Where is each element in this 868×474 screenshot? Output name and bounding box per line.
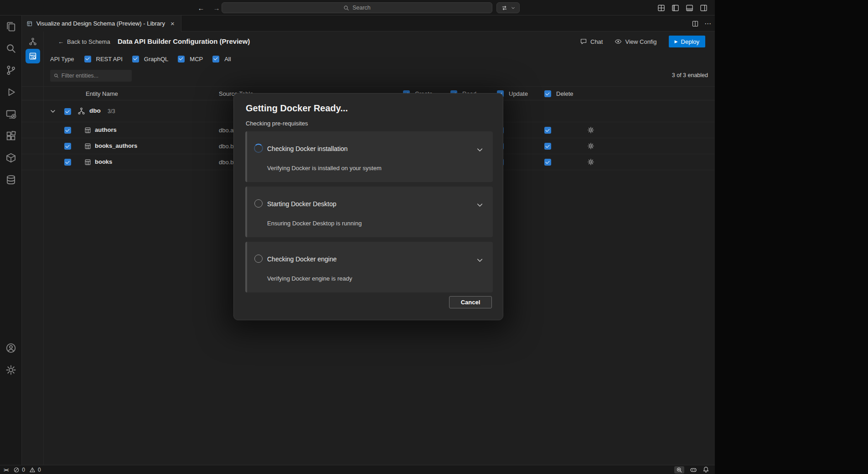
zoom-status-button[interactable] (674, 466, 684, 474)
deploy-label: Deploy (681, 38, 699, 45)
chat-button[interactable]: Chat (580, 38, 603, 45)
chevron-down-icon[interactable] (476, 201, 484, 209)
schema-designer-tab-icon (26, 20, 33, 27)
option-mcp: MCP (178, 56, 203, 63)
delete-all-checkbox[interactable] (544, 90, 551, 97)
option-all: All (212, 56, 231, 63)
customize-layout-icon[interactable] (656, 3, 666, 13)
graphql-label: GraphQL (144, 56, 168, 63)
warnings-icon (29, 467, 36, 473)
errors-icon (13, 467, 20, 473)
dialog-subtitle: Checking pre-requisites (246, 120, 308, 127)
group-checkbox[interactable] (64, 108, 71, 115)
chevron-down-icon[interactable] (476, 256, 484, 264)
option-rest-api: REST API (84, 56, 123, 63)
explorer-icon[interactable] (0, 16, 22, 37)
rest-api-label: REST API (96, 56, 123, 63)
extensions-icon[interactable] (0, 125, 22, 147)
entity-settings-gear-icon[interactable] (587, 158, 594, 166)
settings-gear-icon[interactable] (0, 359, 22, 381)
table-icon (84, 127, 91, 134)
chevron-down-icon[interactable] (476, 146, 484, 154)
table-gear-icon (29, 52, 37, 60)
search-icon (343, 5, 349, 11)
row-checkbox[interactable] (64, 159, 71, 166)
sql-server-disconnected-icon[interactable] (0, 103, 22, 125)
option-graphql: GraphQL (132, 56, 168, 63)
problems-indicator[interactable]: 0 0 (13, 467, 41, 473)
group-expand-chevron-icon[interactable] (49, 108, 57, 115)
tab-close-icon[interactable]: × (169, 19, 176, 28)
status-bar: >< 0 0 (0, 465, 715, 474)
schema-icon (78, 107, 85, 115)
toggle-secondary-sidebar-icon[interactable] (698, 3, 708, 13)
remote-window-icon[interactable]: >< (4, 467, 8, 473)
api-type-label: API Type (50, 56, 74, 63)
tab-bar: Visualize and Design Schema (Preview) - … (22, 16, 715, 31)
status-bar-right (674, 465, 709, 474)
command-center-search[interactable]: Search (222, 2, 492, 13)
errors-count: 0 (22, 467, 25, 473)
activity-bar (0, 16, 22, 465)
schema-diagram-button[interactable] (26, 35, 39, 48)
row-checkbox[interactable] (64, 143, 71, 150)
activity-bar-bottom (0, 337, 22, 381)
deploy-button[interactable]: ▶ Deploy (669, 36, 705, 47)
step-description: Verifying Docker is installed on your sy… (267, 165, 382, 172)
history-nav: ← → (196, 0, 222, 16)
account-icon[interactable] (0, 337, 22, 359)
forward-arrow-button[interactable]: → (212, 3, 222, 13)
search-sidebar-icon[interactable] (0, 37, 22, 59)
search-options-dropdown[interactable] (496, 2, 520, 13)
filter-search-icon (54, 73, 59, 78)
magnifier-icon (676, 467, 682, 473)
row-checkbox[interactable] (64, 127, 71, 134)
more-actions-icon[interactable]: ⋯ (704, 20, 711, 28)
filter-entities-box (50, 70, 132, 82)
toggle-panel-icon[interactable] (684, 3, 694, 13)
swap-arrows-icon (501, 5, 508, 11)
mcp-label: MCP (190, 56, 203, 63)
filter-entities-input[interactable] (62, 73, 128, 79)
step-docker-installation[interactable]: Checking Docker installation Verifying D… (245, 131, 493, 182)
run-debug-icon[interactable] (0, 81, 22, 103)
database-projects-icon[interactable] (0, 169, 22, 191)
layout-controls (656, 0, 708, 16)
editor-actions: ⋯ (692, 16, 711, 31)
split-editor-icon[interactable] (692, 20, 699, 27)
back-to-schema-label: Back to Schema (67, 38, 110, 45)
delete-checkbox[interactable] (544, 143, 551, 150)
view-config-label: View Config (625, 38, 656, 45)
copilot-icon[interactable] (690, 466, 697, 474)
all-label: All (224, 56, 231, 63)
all-checkbox[interactable] (212, 56, 219, 63)
source-control-icon[interactable] (0, 59, 22, 81)
search-placeholder: Search (352, 5, 371, 11)
delete-column-header: Delete (544, 90, 574, 97)
entity-settings-gear-icon[interactable] (587, 126, 594, 134)
rest-api-checkbox[interactable] (84, 56, 91, 63)
notifications-bell-icon[interactable] (703, 466, 709, 473)
containers-icon[interactable] (0, 147, 22, 169)
entity-name-header: Entity Name (86, 90, 118, 97)
group-name: dbo (89, 107, 101, 114)
step-docker-engine[interactable]: Checking Docker engine Verifying Docker … (245, 242, 493, 292)
entity-name: authors (95, 126, 117, 133)
tab-visualize-design-schema[interactable]: Visualize and Design Schema (Preview) - … (22, 16, 181, 31)
back-arrow-button[interactable]: ← (196, 3, 206, 13)
entity-settings-gear-icon[interactable] (587, 142, 594, 150)
delete-checkbox[interactable] (544, 159, 551, 166)
page-title: Data API Builder Configuration (Preview) (118, 37, 250, 45)
back-to-schema-link[interactable]: ← Back to Schema (58, 38, 110, 45)
toggle-primary-sidebar-icon[interactable] (670, 3, 680, 13)
back-arrow-icon: ← (58, 38, 64, 45)
view-config-button[interactable]: View Config (615, 38, 656, 45)
delete-checkbox[interactable] (544, 127, 551, 134)
enabled-summary: 3 of 3 enabled (672, 72, 708, 78)
mcp-checkbox[interactable] (178, 56, 185, 63)
step-docker-desktop[interactable]: Starting Docker Desktop Ensuring Docker … (245, 187, 493, 237)
eye-icon (615, 38, 622, 45)
cancel-button[interactable]: Cancel (449, 296, 492, 308)
graphql-checkbox[interactable] (132, 56, 139, 63)
dab-config-button-active[interactable] (26, 49, 40, 63)
